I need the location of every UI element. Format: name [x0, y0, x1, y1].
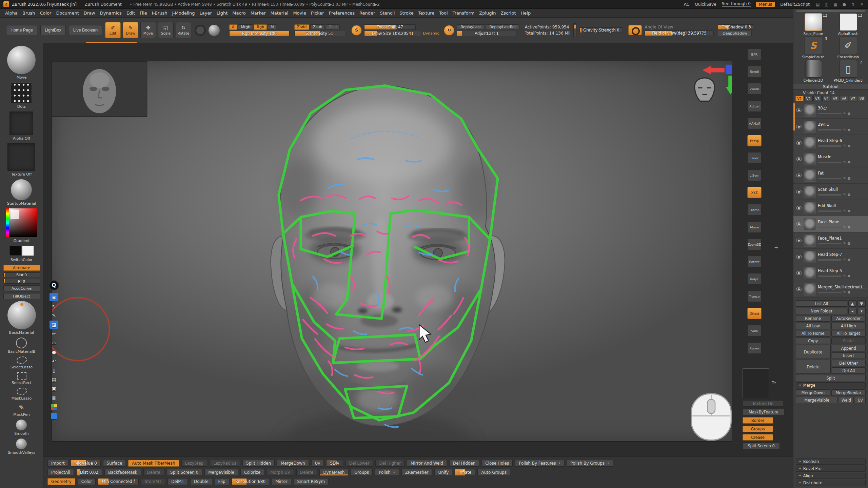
polypaint-icon[interactable]: ✎	[843, 177, 846, 180]
left-tray-item[interactable]: BasicMaterialB	[8, 338, 35, 354]
subtool-version-tab[interactable]: V2	[804, 96, 812, 101]
window-control-icon[interactable]: ✕	[859, 2, 865, 7]
subtool-row[interactable]: Merged_Skull-decimation2_5 ✎ ▦	[793, 281, 868, 298]
all-to-target-button[interactable]: All To Target	[831, 330, 866, 337]
subtool-mini-slider[interactable]	[818, 227, 842, 228]
points-vertical-slider[interactable]	[573, 23, 576, 37]
right-shelf-button[interactable]: Persp	[747, 135, 762, 146]
subtool-mini-slider[interactable]	[818, 145, 842, 147]
delete-button[interactable]: Delete	[796, 360, 831, 374]
autoreorder-button[interactable]: AutoReorder	[831, 315, 866, 322]
tool-slot[interactable]: Cylinder3D	[796, 60, 830, 82]
move-up-icon[interactable]: ▲	[848, 300, 856, 307]
right-shelf-button[interactable]: Scroll	[747, 66, 762, 77]
menu-item[interactable]: Color	[37, 9, 54, 17]
folder-down-icon[interactable]: ▾	[857, 308, 866, 314]
uv-grid-icon[interactable]: ▦	[848, 242, 851, 245]
dynamic-mode-label[interactable]: Dynamic	[423, 31, 439, 36]
tray-divider-handle[interactable]: ◂▸	[774, 245, 778, 249]
uv-grid-icon[interactable]: ▦	[848, 209, 851, 212]
left-tray-item[interactable]: Alpha Off	[9, 111, 33, 141]
visibility-eye-icon[interactable]	[796, 239, 802, 242]
bottom-button[interactable]: Color	[78, 478, 96, 485]
blur-slider[interactable]: Blur 0	[3, 272, 40, 277]
left-tray-item[interactable]: Texture Off	[7, 143, 35, 177]
bottom-button[interactable]: Auto Groups	[477, 469, 510, 476]
all-to-home-button[interactable]: All To Home	[796, 330, 830, 337]
insert-button[interactable]: Insert	[832, 352, 866, 359]
subtool-mini-slider[interactable]	[818, 292, 842, 293]
visibility-eye-icon[interactable]	[796, 255, 802, 259]
zadd-button[interactable]: Zadd	[294, 24, 309, 30]
subtool-mini-slider[interactable]	[818, 243, 842, 244]
mergesimilar-button[interactable]: MergeSimilar	[831, 389, 866, 396]
rotate-mode-button[interactable]: ↻ Rotate	[176, 22, 191, 38]
bottom-button[interactable]: Close Holes	[481, 460, 513, 467]
bottom-button[interactable]: DynaMesh	[319, 469, 348, 476]
left-tray-item[interactable]: Move	[7, 46, 36, 80]
subtool-row[interactable]: Muscle ✎ ▦	[793, 151, 868, 167]
subtool-row[interactable]: 30강 ✎ ▦	[793, 102, 868, 119]
right-shelf-button[interactable]: Rotate	[747, 256, 762, 267]
left-tray-item[interactable]: MaskLasso	[12, 388, 32, 401]
subtool-version-tab[interactable]: V8	[858, 96, 866, 101]
subtool-row[interactable]: Face_Plane1 ✎ ▦	[793, 232, 868, 249]
menu-item[interactable]: Zplugin	[477, 9, 498, 17]
menu-item[interactable]: Alpha	[3, 9, 20, 17]
menu-item[interactable]: Texture	[416, 9, 437, 17]
bottom-button[interactable]: DelMT	[167, 478, 188, 485]
bottom-button[interactable]: LazyStep	[181, 460, 208, 467]
bottom-button[interactable]: Del Hidden	[449, 460, 479, 467]
right-shelf-button[interactable]: Frame	[747, 204, 762, 216]
right-shelf-button[interactable]: Actual	[747, 100, 762, 112]
camera-icon[interactable]	[628, 25, 642, 35]
menu-item[interactable]: Macro	[230, 9, 248, 17]
visibility-eye-icon[interactable]	[796, 157, 802, 161]
polypaint-icon[interactable]: ✎	[843, 209, 846, 212]
subtool-scroll-indicator[interactable]	[793, 103, 795, 130]
duplicate-button[interactable]: Duplicate	[796, 345, 831, 359]
lightbox-button[interactable]: LightBox	[40, 25, 66, 35]
new-folder-button[interactable]: New Folder	[796, 308, 847, 314]
polypaint-icon[interactable]: ✎	[843, 258, 846, 261]
right-shelf-button[interactable]: Transp	[747, 290, 762, 302]
bottom-button[interactable]: Geometry	[47, 478, 75, 485]
groups-button[interactable]: Groups	[743, 426, 773, 432]
m-button[interactable]: M	[268, 24, 277, 30]
bottom-button[interactable]: Del Lower	[346, 460, 373, 467]
color-swatches[interactable]: SwitchColor	[9, 246, 34, 262]
hue-strip[interactable]	[6, 208, 9, 237]
replay-last-rel-button[interactable]: ReplayLastRel	[486, 24, 519, 30]
trash-icon[interactable]: ▯	[50, 366, 58, 374]
replay-last-button[interactable]: ReplayLast	[457, 24, 485, 30]
saturation-value-square[interactable]	[9, 208, 37, 237]
menu-item[interactable]: Picker	[309, 9, 327, 17]
menu-item[interactable]: Brush	[20, 9, 38, 17]
bottom-button[interactable]: Del Higher	[375, 460, 405, 467]
menu-item[interactable]: Marker	[248, 9, 268, 17]
bottom-button[interactable]: Split Screen 0	[166, 469, 202, 476]
uv-button[interactable]: Uv	[855, 397, 866, 403]
bottom-button[interactable]: Mirror	[272, 478, 291, 485]
uv-grid-icon[interactable]: ▦	[848, 274, 851, 278]
focal-shift-slider[interactable]: Focal Shift 47	[364, 24, 416, 30]
bottom-button[interactable]: ZRemesher	[401, 469, 432, 476]
menu-item[interactable]: Tool	[437, 9, 450, 17]
menu-item[interactable]: Zscript	[498, 9, 518, 17]
replay-icon[interactable]: ↻	[444, 25, 454, 36]
polypaint-icon[interactable]: ✎	[843, 112, 846, 115]
fillobject-button[interactable]: FillObject	[3, 293, 40, 299]
menu-item[interactable]: Light	[214, 9, 230, 17]
subtool-row[interactable]: Fat ✎ ▦	[793, 167, 868, 184]
right-shelf-button[interactable]: XYZ	[747, 187, 762, 198]
bottom-button[interactable]: Polish By Features	[515, 460, 564, 467]
left-tray-item[interactable]: Smooth	[14, 420, 28, 436]
gravity-strength-slider[interactable]: Gravity Strength 0	[579, 27, 623, 33]
bottom-button[interactable]: Min Connected f	[98, 478, 139, 485]
zcut-button[interactable]: Zcut	[326, 24, 340, 30]
mask-by-feature-button[interactable]: MaskByFeature	[743, 409, 785, 415]
subtool-header[interactable]: Subtool	[793, 84, 868, 90]
menu-item[interactable]: Document	[54, 9, 81, 17]
visibility-icon[interactable]: ◉	[50, 293, 58, 301]
accucurve-button[interactable]: AccuCurve	[3, 285, 40, 291]
